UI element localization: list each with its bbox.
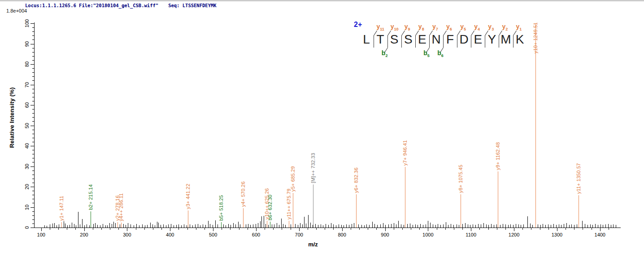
noise-peak	[145, 225, 145, 228]
noise-peak	[396, 224, 396, 228]
x-minor-tick	[50, 228, 50, 230]
noise-peak	[486, 224, 487, 228]
noise-peak	[532, 225, 533, 228]
noise-peak	[178, 224, 179, 228]
x-minor-tick	[187, 228, 188, 230]
x-minor-tick	[273, 228, 274, 230]
peak-label-text: y5+ 685.29	[290, 166, 296, 192]
noise-peak	[358, 224, 359, 228]
noise-peak	[246, 224, 246, 228]
y-major-tick	[30, 105, 34, 105]
x-minor-tick	[488, 228, 489, 230]
noise-peak	[608, 224, 609, 228]
noise-peak	[205, 225, 206, 228]
y-ion-label-number: 5	[464, 27, 466, 31]
noise-peak	[80, 224, 80, 228]
noise-peak	[113, 222, 114, 228]
sequence-residue: T	[377, 32, 384, 47]
fragment-divider	[429, 35, 430, 48]
noise-peak	[215, 220, 216, 228]
noise-peak	[574, 225, 574, 228]
x-minor-tick	[291, 228, 291, 230]
noise-peak	[57, 225, 57, 228]
y-ion-label: y7	[432, 23, 438, 31]
y-ion-label-number: 4	[478, 27, 480, 31]
y-ion-peak	[289, 221, 289, 228]
y-ion-label: y6	[446, 23, 452, 31]
x-tick-label: 400	[166, 232, 174, 237]
x-tick-label: 300	[123, 232, 131, 237]
y-major-tick	[30, 228, 34, 228]
x-minor-tick	[282, 228, 282, 230]
x-minor-tick	[101, 228, 102, 230]
sequence-residue: F	[446, 32, 454, 47]
x-minor-tick	[368, 228, 368, 230]
noise-peak	[366, 224, 367, 228]
y-minor-tick	[32, 223, 34, 224]
noise-peak	[72, 223, 72, 228]
noise-peak	[136, 224, 137, 228]
y-minor-tick	[32, 179, 34, 179]
noise-peak	[398, 221, 399, 228]
y-minor-tick	[32, 31, 34, 32]
x-tick-label: 1100	[466, 232, 476, 237]
x-minor-tick	[67, 228, 67, 230]
x-minor-tick	[248, 228, 248, 230]
x-minor-tick	[609, 228, 609, 230]
y-minor-tick	[32, 183, 34, 183]
noise-peak	[333, 224, 334, 228]
y-minor-tick	[32, 130, 34, 130]
noise-peak	[587, 225, 588, 228]
noise-peak	[590, 224, 591, 228]
noise-peak	[585, 224, 585, 228]
noise-peak	[540, 225, 541, 228]
x-minor-tick	[583, 228, 583, 230]
y-minor-tick	[32, 89, 34, 89]
x-tick-label: 1300	[552, 232, 562, 237]
noise-peak	[571, 224, 572, 228]
noise-peak	[462, 224, 463, 228]
y-minor-tick	[32, 27, 34, 28]
noise-peak	[500, 225, 500, 228]
noise-peak	[84, 225, 85, 228]
peak-label-text: y4++ 286.11	[118, 193, 124, 222]
noise-peak	[401, 224, 401, 228]
x-minor-tick	[144, 228, 145, 230]
noise-peak	[105, 225, 106, 228]
x-minor-tick	[359, 228, 360, 230]
noise-peak	[306, 223, 306, 228]
y-minor-tick	[32, 158, 34, 158]
y-tick-label-text: 60	[24, 102, 30, 108]
noise-peak	[443, 224, 444, 228]
y-major-tick	[30, 44, 34, 44]
b-ion-label-number: 2	[385, 53, 387, 58]
noise-peak	[274, 224, 274, 228]
y-minor-tick	[32, 203, 34, 203]
noise-peak	[187, 225, 187, 228]
x-minor-tick	[75, 228, 76, 230]
noise-peak	[321, 224, 321, 228]
y-minor-tick	[32, 175, 34, 175]
noise-peak	[548, 224, 548, 228]
noise-peak	[336, 225, 336, 228]
noise-peak	[195, 224, 196, 228]
x-major-tick	[342, 228, 343, 231]
noise-peak	[428, 221, 428, 228]
sequence-residue: K	[516, 32, 524, 47]
noise-peak	[404, 225, 404, 228]
x-major-tick	[471, 228, 471, 231]
x-minor-tick	[479, 228, 480, 230]
noise-peak	[231, 225, 231, 228]
y-ion-label-number: 11	[380, 27, 384, 31]
peak-label-text: y6+ 832.36	[353, 167, 359, 193]
y-minor-tick	[32, 117, 34, 118]
noise-peak	[488, 225, 489, 228]
noise-peak	[64, 221, 64, 228]
noise-peak	[76, 225, 76, 228]
y-major-tick	[30, 126, 34, 126]
noise-peak	[543, 224, 543, 228]
peak-label-text: y11+ 1350.57	[576, 163, 581, 194]
y-minor-tick	[32, 97, 34, 97]
y-tick-label-text: 80	[24, 61, 30, 67]
y-minor-tick	[32, 35, 34, 36]
